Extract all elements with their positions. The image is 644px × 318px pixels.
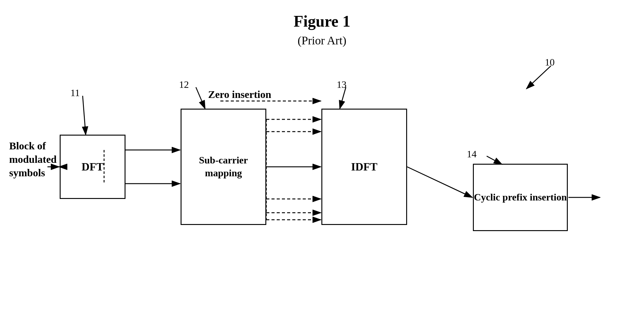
svg-line-17 <box>526 66 551 89</box>
input-label: Block of modulated symbols <box>9 139 57 180</box>
svg-line-20 <box>340 87 346 109</box>
svg-line-18 <box>487 156 502 164</box>
dft-box: DFT <box>60 135 125 199</box>
svg-line-15 <box>407 167 472 197</box>
ref-11: 11 <box>70 87 80 99</box>
zero-insertion-label: Zero insertion <box>208 89 271 100</box>
figure-title: Figure 1 <box>0 12 644 30</box>
ref-13: 13 <box>337 79 346 90</box>
idft-box: IDFT <box>321 109 407 225</box>
page: Figure 1 (Prior Art) 10 11 12 13 14 Zero… <box>0 0 644 318</box>
cyclic-box: Cyclic prefix insertion <box>473 164 568 231</box>
subcarrier-box: Sub-carrier mapping <box>181 109 266 225</box>
svg-line-19 <box>196 87 205 109</box>
ref-10: 10 <box>545 57 555 68</box>
svg-line-21 <box>83 96 86 135</box>
ref-12: 12 <box>179 79 189 90</box>
ref-14: 14 <box>467 148 477 160</box>
prior-art-label: (Prior Art) <box>0 34 644 47</box>
